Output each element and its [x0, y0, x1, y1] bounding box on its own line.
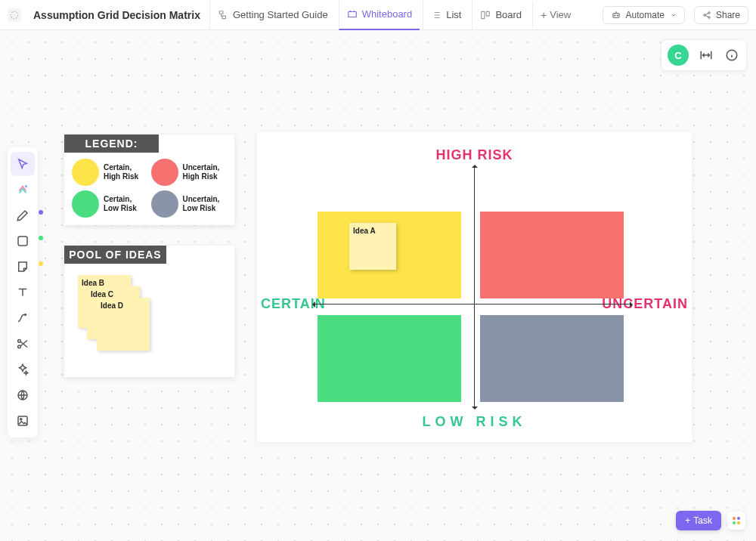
pool-sticky-area: Idea B Idea C Idea D [64, 271, 234, 354]
list-icon [431, 10, 442, 20]
left-toolbar [8, 147, 38, 437]
robot-icon [611, 10, 621, 20]
sticky-tool[interactable] [11, 255, 35, 279]
share-button[interactable]: Share [694, 6, 748, 24]
whiteboard-icon [347, 9, 358, 20]
svg-rect-4 [482, 11, 485, 18]
plus-icon: + [685, 515, 690, 526]
legend-item: Certain, Low Risk [72, 190, 148, 218]
share-label: Share [716, 10, 740, 20]
canvas-top-right-controls: C [661, 39, 747, 71]
doc-icon [8, 8, 21, 22]
swatch-circle [72, 190, 99, 218]
board-icon [480, 10, 491, 20]
scissors-tool[interactable] [11, 332, 35, 356]
generate-tool[interactable] [11, 178, 35, 202]
automate-button[interactable]: Automate [603, 6, 685, 24]
svg-point-8 [617, 15, 618, 16]
bottom-right-controls: + Task [676, 511, 745, 530]
pool-panel[interactable]: POOL OF IDEAS Idea B Idea C Idea D [64, 246, 234, 377]
automate-label: Automate [626, 10, 665, 20]
legend-item: Certain, High Risk [72, 159, 148, 186]
swatch-circle [151, 159, 178, 186]
ai-tool[interactable] [11, 357, 35, 382]
axis-label-top: HIGH RISK [435, 147, 513, 163]
plus-icon: + [541, 9, 547, 21]
whiteboard-canvas[interactable]: C [0, 30, 756, 541]
legend-item: Uncertain, High Risk [151, 159, 228, 186]
svg-rect-1 [219, 11, 223, 14]
tab-list[interactable]: List [423, 0, 469, 30]
axis-horizontal [314, 304, 631, 305]
tab-label: List [446, 9, 461, 20]
svg-point-18 [20, 419, 22, 420]
doc-tree-icon [218, 10, 228, 20]
legend-label: Certain, High Risk [104, 163, 148, 181]
add-view-label: View [550, 9, 571, 20]
page-title[interactable]: Assumption Grid Decision Matrix [27, 6, 206, 24]
quadrant-uncertain-high[interactable] [480, 212, 624, 298]
svg-rect-2 [222, 16, 226, 19]
color-chip-yellow[interactable] [39, 261, 43, 266]
legend-panel[interactable]: LEGEND: Certain, High Risk Uncertain, Hi… [64, 134, 234, 225]
pen-tool[interactable] [11, 203, 35, 227]
legend-title: LEGEND: [64, 134, 159, 153]
color-chip-purple[interactable] [39, 210, 43, 215]
chevron-down-icon [671, 12, 677, 18]
task-button-label: Task [693, 515, 712, 526]
sticky-note-placed[interactable]: Idea A [349, 223, 396, 270]
text-tool[interactable] [11, 280, 35, 305]
image-tool[interactable] [11, 409, 35, 433]
svg-rect-13 [18, 236, 27, 246]
info-icon[interactable] [723, 47, 740, 63]
svg-point-0 [11, 11, 17, 18]
share-icon [702, 11, 711, 20]
sticky-note[interactable]: Idea D [97, 298, 150, 351]
legend-label: Uncertain, High Risk [183, 163, 228, 181]
swatch-circle [151, 190, 178, 218]
apps-button[interactable] [727, 512, 745, 530]
avatar[interactable]: C [668, 45, 689, 66]
tab-label: Whiteboard [362, 8, 412, 20]
tab-board[interactable]: Board [472, 0, 529, 30]
fit-width-icon[interactable] [698, 47, 714, 63]
select-tool[interactable] [11, 152, 35, 176]
web-tool[interactable] [11, 383, 35, 407]
legend-item: Uncertain, Low Risk [151, 190, 228, 218]
tab-label: Board [495, 9, 522, 20]
color-chip-green[interactable] [39, 236, 43, 240]
apps-icon [733, 517, 740, 524]
swatch-circle [72, 159, 99, 186]
axis-label-bottom: LOW RISK [423, 414, 527, 430]
shape-tool[interactable] [11, 229, 35, 253]
connector-tool[interactable] [11, 306, 35, 330]
legend-label: Certain, Low Risk [104, 195, 148, 213]
add-view-button[interactable]: + View [532, 2, 578, 29]
pool-title: POOL OF IDEAS [64, 246, 166, 264]
quadrant-certain-low[interactable] [318, 315, 461, 402]
task-button[interactable]: + Task [676, 511, 721, 530]
legend-label: Uncertain, Low Risk [183, 195, 228, 213]
tab-label: Getting Started Guide [233, 9, 328, 20]
svg-rect-5 [487, 11, 490, 16]
matrix-panel[interactable]: HIGH RISK LOW RISK CERTAIN UNCERTAIN Ide… [257, 132, 692, 442]
top-bar: Assumption Grid Decision Matrix Getting … [0, 0, 756, 30]
svg-point-7 [614, 15, 615, 16]
tab-getting-started[interactable]: Getting Started Guide [209, 0, 336, 30]
legend-grid: Certain, High Risk Uncertain, High Risk … [64, 153, 234, 225]
tab-whiteboard[interactable]: Whiteboard [339, 0, 420, 30]
svg-rect-3 [348, 11, 356, 17]
quadrant-uncertain-low[interactable] [480, 315, 624, 402]
axis-vertical [474, 166, 475, 408]
